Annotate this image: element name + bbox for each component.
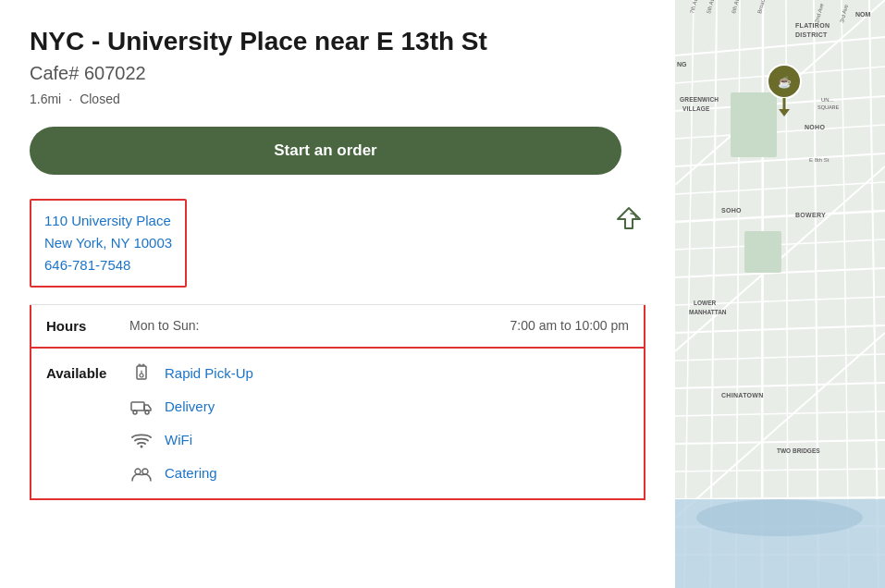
svg-point-3: [133, 410, 137, 414]
svg-text:TWO BRIDGES: TWO BRIDGES: [777, 447, 820, 454]
svg-text:VILLAGE: VILLAGE: [682, 105, 710, 112]
delivery-label: Delivery: [165, 398, 215, 414]
address-phone: 646-781-7548: [44, 254, 172, 276]
address-line-1: 110 University Place: [44, 210, 172, 232]
wifi-icon: [129, 428, 154, 452]
svg-text:NOM: NOM: [855, 11, 871, 18]
address-box: 110 University Place New York, NY 10003 …: [30, 199, 187, 288]
service-rapid-pickup: Rapid Pick-Up: [129, 361, 253, 386]
hours-section: Hours Mon to Sun: 7:00 am to 10:00 pm: [30, 305, 645, 349]
separator-dot: ·: [68, 92, 72, 106]
svg-text:DISTRICT: DISTRICT: [795, 31, 828, 38]
svg-text:NG: NG: [677, 61, 687, 67]
svg-point-7: [142, 469, 148, 474]
svg-point-4: [145, 410, 149, 414]
svg-rect-39: [731, 92, 777, 157]
svg-text:MANHATTAN: MANHATTAN: [689, 309, 727, 315]
address-section: 110 University Place New York, NY 10003 …: [30, 199, 645, 305]
status-closed: Closed: [80, 92, 120, 106]
svg-text:CHINATOWN: CHINATOWN: [721, 392, 764, 398]
svg-point-6: [135, 469, 141, 474]
svg-text:UN...: UN...: [821, 97, 834, 103]
rapid-pickup-label: Rapid Pick-Up: [165, 365, 253, 381]
delivery-icon: [129, 395, 154, 419]
rapid-pickup-icon: [129, 361, 154, 386]
available-section: Available Rapid Pick-Up: [30, 349, 645, 500]
navigate-icon[interactable]: [612, 202, 645, 236]
start-order-button[interactable]: Start an order: [30, 127, 621, 175]
meta-row: 1.6mi · Closed: [30, 92, 645, 106]
map-svg: FLATIRON DISTRICT GREENWICH VILLAGE NOHO…: [675, 0, 885, 588]
map-container[interactable]: FLATIRON DISTRICT GREENWICH VILLAGE NOHO…: [675, 0, 885, 588]
service-delivery: Delivery: [129, 395, 253, 419]
svg-rect-40: [744, 231, 781, 273]
catering-label: Catering: [165, 465, 217, 481]
svg-text:GREENWICH: GREENWICH: [680, 96, 719, 103]
svg-text:☕: ☕: [778, 75, 792, 89]
svg-rect-2: [131, 402, 144, 410]
svg-point-1: [140, 374, 143, 377]
svg-text:LOWER: LOWER: [694, 300, 716, 306]
catering-icon: [129, 461, 154, 485]
left-panel: NYC - University Place near E 13th St Ca…: [0, 0, 675, 588]
available-label: Available: [46, 361, 129, 381]
svg-text:E 8th St: E 8th St: [809, 157, 830, 163]
wifi-label: WiFi: [165, 432, 192, 447]
svg-text:SOHO: SOHO: [721, 207, 742, 214]
cafe-name: NYC - University Place near E 13th St: [30, 26, 645, 57]
service-wifi: WiFi: [129, 428, 253, 452]
address-line-2: New York, NY 10003: [44, 232, 172, 254]
svg-text:SQUARE: SQUARE: [817, 104, 840, 110]
hours-label: Hours: [46, 318, 129, 334]
svg-text:BOWERY: BOWERY: [795, 212, 826, 218]
svg-point-42: [696, 499, 863, 536]
services-list: Rapid Pick-Up Delivery: [129, 361, 253, 485]
svg-text:FLATIRON: FLATIRON: [795, 22, 830, 29]
svg-point-5: [141, 445, 143, 447]
hours-time: 7:00 am to 10:00 pm: [510, 318, 629, 333]
map-panel: FLATIRON DISTRICT GREENWICH VILLAGE NOHO…: [675, 0, 885, 588]
service-catering: Catering: [129, 461, 253, 485]
svg-text:NOHO: NOHO: [805, 124, 825, 130]
distance: 1.6mi: [30, 92, 61, 106]
cafe-number: Cafe# 607022: [30, 63, 645, 84]
hours-days: Mon to Sun:: [129, 318, 510, 333]
